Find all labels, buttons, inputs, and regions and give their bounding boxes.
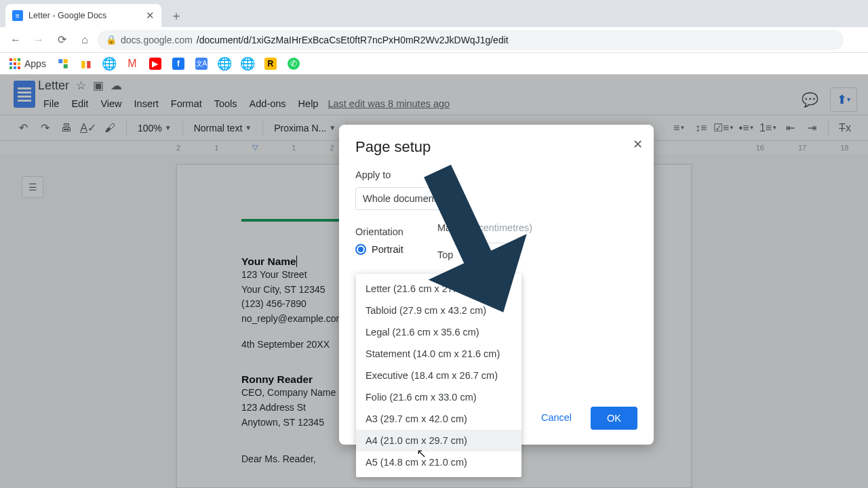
close-icon[interactable]: ✕	[146, 9, 155, 22]
browser-tab-strip: ≡ Letter - Google Docs ✕ ＋	[0, 0, 868, 27]
paper-size-option-folio[interactable]: Folio (21.6 cm x 33.0 cm)	[356, 386, 521, 408]
globe-icon-2[interactable]: 🌐	[218, 58, 231, 70]
apps-grid-icon	[9, 58, 20, 69]
orientation-label: Orientation	[355, 226, 403, 237]
paper-size-dropdown: Letter (21.6 cm x 27.9 cm) Tabloid (27.9…	[356, 274, 521, 477]
paper-size-option-tabloid[interactable]: Tabloid (27.9 cm x 43.2 cm)	[356, 300, 521, 321]
facebook-icon[interactable]: f	[172, 58, 184, 70]
tab-title: Letter - Google Docs	[28, 11, 106, 20]
globe-icon-3[interactable]: 🌐	[241, 58, 254, 70]
lock-icon: 🔒	[106, 35, 117, 45]
bookmarks-bar: Apps ▮▮ 🌐 M ▶ f 文A 🌐 🌐 R ✆	[0, 53, 868, 75]
apply-to-select[interactable]: Whole document▼	[355, 187, 455, 210]
url-host: docs.google.com	[121, 35, 193, 45]
ok-button[interactable]: OK	[591, 407, 637, 430]
paper-size-option-a3[interactable]: A3 (29.7 cm x 42.0 cm)	[356, 408, 521, 430]
reload-icon[interactable]: ⟳	[52, 30, 72, 50]
paper-size-option-statement[interactable]: Statement (14.0 cm x 21.6 cm)	[356, 343, 521, 365]
browser-tab-active[interactable]: ≡ Letter - Google Docs ✕	[5, 4, 161, 27]
margin-top-input[interactable]: 1.27	[484, 243, 517, 267]
globe-icon[interactable]: 🌐	[103, 58, 115, 70]
browser-address-bar: ← → ⟳ ⌂ 🔒 docs.google.com/document/d/1xi…	[0, 27, 868, 53]
bookmark-icon-2[interactable]: ▮▮	[80, 58, 92, 70]
margin-top-row: Top 1.27	[437, 243, 532, 267]
paper-size-option-a4[interactable]: A4 (21.0 cm x 29.7 cm)	[356, 430, 521, 451]
portrait-radio[interactable]: Portrait	[355, 244, 403, 255]
paper-size-option-legal[interactable]: Legal (21.6 cm x 35.6 cm)	[356, 321, 521, 343]
url-path: /document/d/1xiGzMaIHrExBcaCsEt0ftR7ncPx…	[197, 35, 509, 45]
back-icon[interactable]: ←	[5, 30, 26, 50]
bookmark-icon-r[interactable]: R	[264, 58, 277, 70]
youtube-icon[interactable]: ▶	[149, 58, 161, 70]
home-icon[interactable]: ⌂	[75, 30, 95, 50]
url-field[interactable]: 🔒 docs.google.com/document/d/1xiGzMaIHrE…	[98, 30, 844, 50]
whatsapp-icon[interactable]: ✆	[288, 58, 300, 70]
docs-favicon: ≡	[12, 10, 23, 21]
new-tab-button[interactable]: ＋	[167, 6, 186, 25]
bookmark-icon-1[interactable]	[57, 58, 69, 70]
paper-size-option-a5[interactable]: A5 (14.8 cm x 21.0 cm)	[356, 451, 521, 473]
apply-to-label: Apply to	[355, 169, 637, 180]
apps-launcher[interactable]: Apps	[9, 58, 46, 69]
margins-label: Margins (centimetres)	[437, 222, 532, 233]
paper-size-option-letter[interactable]: Letter (21.6 cm x 27.9 cm)	[356, 278, 521, 300]
gmail-icon[interactable]: M	[126, 58, 138, 70]
close-icon[interactable]: ✕	[633, 137, 643, 152]
cancel-button[interactable]: Cancel	[533, 407, 580, 430]
forward-icon[interactable]: →	[28, 30, 49, 50]
translate-icon[interactable]: 文A	[195, 58, 208, 70]
dialog-title: Page setup	[355, 138, 637, 156]
paper-size-option-executive[interactable]: Executive (18.4 cm x 26.7 cm)	[356, 365, 521, 386]
